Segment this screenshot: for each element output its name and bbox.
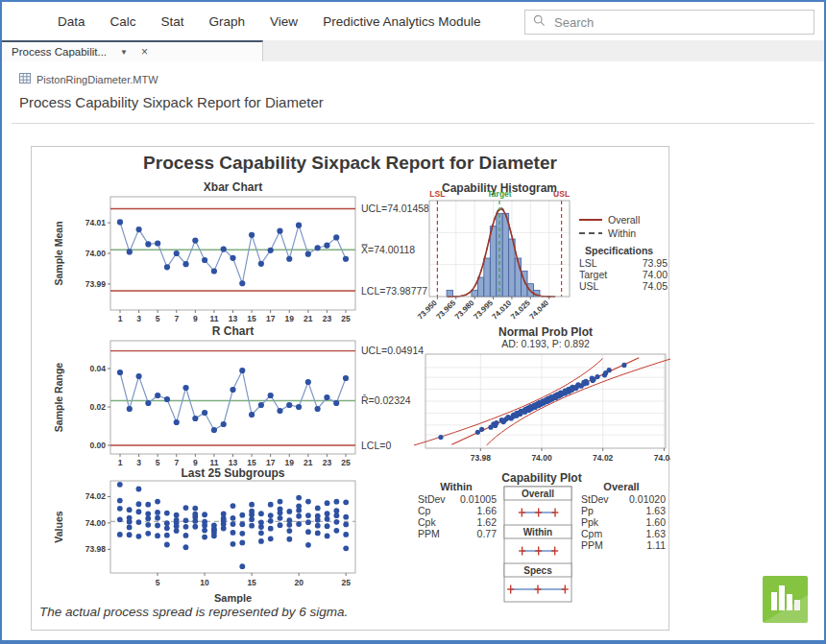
- svg-text:Specs: Specs: [523, 565, 552, 576]
- svg-text:17: 17: [266, 314, 276, 323]
- worksheet-grid-icon: [19, 73, 31, 85]
- svg-text:1: 1: [118, 314, 123, 323]
- svg-text:1.63: 1.63: [646, 528, 667, 539]
- svg-text:7: 7: [174, 314, 179, 323]
- svg-text:74.010: 74.010: [491, 298, 514, 322]
- svg-text:Cpk: Cpk: [418, 516, 436, 528]
- search-input[interactable]: [552, 14, 806, 31]
- svg-text:Sample Range: Sample Range: [53, 363, 64, 433]
- r-chart: R ChartSample Range0.000.020.04135791113…: [51, 325, 454, 467]
- svg-text:23: 23: [323, 314, 332, 323]
- svg-text:74.05: 74.05: [643, 280, 668, 292]
- normal-prob-plot-chart: Normal Prob PlotAD: 0.193, P: 0.89273.98…: [414, 325, 670, 465]
- svg-text:0.01005: 0.01005: [460, 493, 497, 505]
- svg-text:StDev: StDev: [581, 493, 609, 505]
- svg-text:15: 15: [247, 578, 256, 587]
- svg-text:74.040: 74.040: [527, 298, 550, 322]
- svg-text:74.025: 74.025: [509, 298, 532, 322]
- tab-dropdown-caret-icon[interactable]: ▼: [120, 48, 128, 57]
- svg-text:0.77: 0.77: [477, 528, 498, 539]
- svg-text:1.66: 1.66: [477, 505, 498, 516]
- svg-text:AD: 0.193, P: 0.892: AD: 0.193, P: 0.892: [501, 338, 590, 349]
- svg-text:15: 15: [247, 314, 256, 323]
- worksheet-name: PistonRingDiameter.MTW: [36, 74, 158, 85]
- svg-text:0.04: 0.04: [89, 364, 106, 373]
- last-25-subgroups-chart: Last 25 SubgroupsValues73.9874.0074.0251…: [51, 467, 454, 608]
- svg-text:73.950: 73.950: [416, 298, 439, 322]
- svg-text:13: 13: [229, 314, 238, 323]
- svg-text:0.00: 0.00: [89, 441, 106, 450]
- menu-item-view[interactable]: View: [270, 14, 298, 29]
- report-panel: Process Capability Sixpack Report for Di…: [31, 146, 669, 631]
- svg-text:20: 20: [294, 578, 304, 587]
- svg-text:LSL: LSL: [429, 189, 445, 199]
- svg-text:1.11: 1.11: [646, 539, 666, 551]
- tab-close-icon[interactable]: ×: [141, 45, 148, 59]
- svg-text:5: 5: [156, 578, 160, 587]
- svg-text:R̄=0.02324: R̄=0.02324: [361, 394, 411, 406]
- svg-text:LCL=0: LCL=0: [361, 440, 391, 451]
- svg-text:PPM: PPM: [418, 528, 440, 539]
- svg-text:74.02: 74.02: [85, 491, 107, 501]
- svg-text:25: 25: [341, 578, 351, 587]
- svg-text:73.98: 73.98: [85, 544, 107, 554]
- capability-histogram-chart: Capability HistogramLSLTargetUSL73.95073…: [414, 181, 670, 325]
- svg-text:1.63: 1.63: [646, 505, 667, 516]
- svg-text:0.02: 0.02: [89, 402, 106, 412]
- svg-text:25: 25: [341, 458, 351, 467]
- svg-text:19: 19: [285, 458, 295, 467]
- svg-text:Values: Values: [53, 511, 64, 542]
- svg-text:74.04: 74.04: [654, 453, 670, 463]
- menu-item-data[interactable]: Data: [58, 14, 85, 29]
- report-footnote: The actual process spread is represented…: [39, 605, 348, 619]
- app-window: DataCalcStatGraphViewPredictive Analytic…: [0, 0, 826, 644]
- svg-text:7: 7: [174, 458, 179, 467]
- svg-text:Within: Within: [523, 527, 552, 537]
- worksheet-row[interactable]: PistonRingDiameter.MTW: [19, 73, 158, 85]
- search-icon: [533, 13, 546, 31]
- svg-text:3: 3: [136, 458, 141, 467]
- svg-text:73.995: 73.995: [472, 298, 495, 322]
- svg-text:17: 17: [266, 458, 276, 467]
- svg-text:74.00: 74.00: [85, 249, 107, 258]
- svg-text:Target: Target: [579, 269, 607, 280]
- search-box[interactable]: [524, 10, 814, 35]
- xbar-chart: Xbar ChartSample Mean73.9974.0074.011357…: [51, 181, 454, 323]
- svg-text:Specifications: Specifications: [585, 245, 653, 256]
- menu-item-graph[interactable]: Graph: [209, 14, 246, 29]
- svg-text:74.00: 74.00: [85, 518, 107, 528]
- menu-item-predictive-analytics-module[interactable]: Predictive Analytics Module: [323, 14, 480, 29]
- svg-text:15: 15: [247, 458, 256, 467]
- svg-text:X̿=74.00118: X̿=74.00118: [360, 244, 415, 255]
- svg-text:73.965: 73.965: [435, 298, 458, 322]
- svg-text:PPM: PPM: [581, 539, 603, 551]
- svg-text:11: 11: [209, 314, 218, 323]
- svg-text:0.01020: 0.01020: [629, 493, 666, 505]
- tab-process-capability[interactable]: Process Capabilit... ▼ ×: [2, 40, 263, 61]
- svg-text:13: 13: [229, 458, 238, 467]
- svg-text:Last 25 Subgroups: Last 25 Subgroups: [181, 467, 284, 480]
- menu-item-calc[interactable]: Calc: [110, 14, 136, 29]
- svg-text:21: 21: [304, 314, 313, 323]
- heading-divider: [12, 123, 814, 124]
- report-title: Process Capability Sixpack Report for Di…: [32, 153, 668, 174]
- svg-text:Overall: Overall: [522, 489, 554, 499]
- svg-text:Within: Within: [608, 227, 636, 239]
- svg-text:LSL: LSL: [579, 257, 597, 269]
- svg-text:Cpm: Cpm: [581, 528, 602, 539]
- svg-text:5: 5: [156, 314, 160, 323]
- svg-text:74.01: 74.01: [85, 218, 107, 227]
- menu-item-stat[interactable]: Stat: [161, 14, 184, 29]
- svg-text:74.02: 74.02: [593, 453, 614, 463]
- svg-text:Within: Within: [440, 481, 473, 492]
- tab-bar: Process Capabilit... ▼ ×: [2, 40, 824, 61]
- svg-text:USL: USL: [553, 189, 570, 199]
- svg-text:Overall: Overall: [608, 214, 640, 226]
- minitab-logo-icon[interactable]: [763, 576, 808, 623]
- svg-text:Pp: Pp: [581, 505, 594, 516]
- svg-text:11: 11: [209, 458, 218, 467]
- tab-label: Process Capabilit...: [12, 46, 107, 58]
- svg-text:73.99: 73.99: [85, 279, 107, 289]
- svg-text:1.60: 1.60: [646, 516, 667, 528]
- content-area: PistonRingDiameter.MTW Process Capabilit…: [2, 61, 824, 642]
